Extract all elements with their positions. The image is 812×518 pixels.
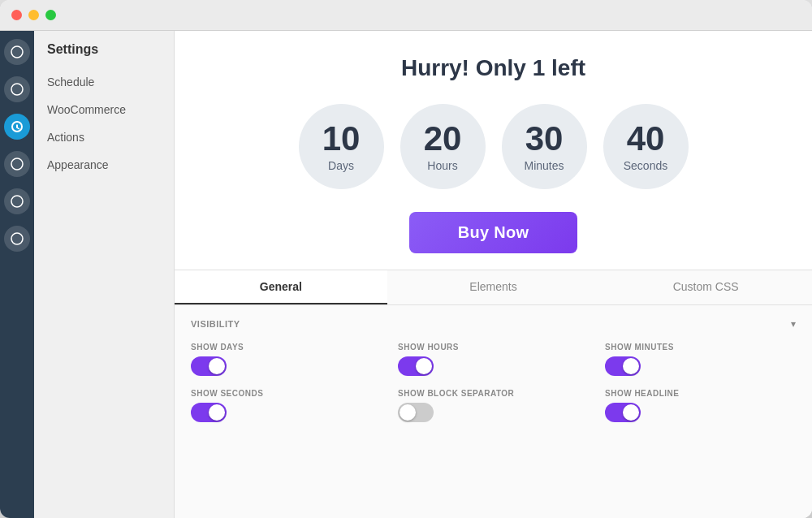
toggle-label-show-hours: SHOW HOURS [398,343,589,352]
buy-now-button[interactable]: Buy Now [409,212,578,253]
toggle-item-show-minutes: SHOW MINUTES [605,343,796,376]
countdown-minutes: 30 Minutes [502,104,587,189]
countdown-days: 10 Days [299,104,384,189]
sidebar-item-actions[interactable]: Actions [34,123,174,151]
sidebar-icon-3-active[interactable] [4,114,30,140]
toggle-item-show-days: SHOW DAYS [191,343,382,376]
close-button[interactable] [11,10,22,20]
toggle-knob-show-minutes [623,358,639,374]
nav-sidebar-title: Settings [34,42,174,68]
svg-point-3 [11,196,23,207]
countdown-hours: 20 Hours [400,104,486,189]
toggle-knob-show-hours [416,358,432,374]
toggle-item-show-seconds: SHOW SECONDS [191,389,382,422]
countdown-circle-seconds: 40 Seconds [603,104,689,189]
svg-point-1 [11,84,23,95]
tabs-bar: General Elements Custom CSS [175,270,812,305]
toggle-item-show-headline: SHOW HEADLINE [605,389,796,422]
countdown-circle-days: 10 Days [299,104,384,189]
chevron-down-icon: ▾ [791,318,796,330]
toggle-item-show-block-separator: SHOW BLOCK SEPARATOR [398,389,589,422]
svg-point-4 [11,233,23,244]
nav-sidebar: Settings Schedule WooCommerce Actions Ap… [34,31,175,518]
sidebar-icon-1[interactable] [4,39,30,65]
toggle-knob-show-days [209,358,225,374]
countdown-label-seconds: Seconds [624,159,667,172]
toggle-knob-show-seconds [209,404,225,421]
countdown-number-minutes: 30 [525,122,564,156]
toggle-show-minutes[interactable] [605,356,641,376]
preview-area: Hurry! Only 1 left 10 Days 20 Hours [175,31,812,270]
toggle-show-block-separator[interactable] [398,403,434,422]
toggle-knob-show-headline [623,404,639,421]
svg-point-0 [11,46,23,58]
toggle-show-days[interactable] [191,356,227,376]
sidebar-icon-2[interactable] [4,76,30,102]
toggle-label-show-block-separator: SHOW BLOCK SEPARATOR [398,389,589,398]
section-header: VISIBILITY ▾ [191,318,796,330]
app-window: Settings Schedule WooCommerce Actions Ap… [0,0,812,518]
maximize-button[interactable] [45,10,56,20]
sidebar-item-schedule[interactable]: Schedule [34,68,174,96]
countdown-number-days: 10 [322,122,361,156]
icon-sidebar [0,31,34,518]
countdown-label-minutes: Minutes [524,159,564,172]
toggle-show-hours[interactable] [398,356,434,376]
settings-panel: VISIBILITY ▾ SHOW DAYS SHOW HOURS [175,305,812,518]
app-body: Settings Schedule WooCommerce Actions Ap… [0,31,812,518]
toggle-knob-show-block-separator [400,404,416,421]
tab-custom-css[interactable]: Custom CSS [599,270,812,304]
toggle-label-show-days: SHOW DAYS [191,343,382,352]
toggle-label-show-minutes: SHOW MINUTES [605,343,796,352]
countdown-seconds: 40 Seconds [603,104,689,189]
sidebar-item-appearance[interactable]: Appearance [34,151,174,179]
countdown-circle-minutes: 30 Minutes [502,104,587,189]
countdown-label-days: Days [328,159,354,172]
svg-point-2 [11,158,23,170]
sidebar-item-woocommerce[interactable]: WooCommerce [34,96,174,123]
toggle-label-show-headline: SHOW HEADLINE [605,389,796,398]
toggle-label-show-seconds: SHOW SECONDS [191,389,382,398]
countdown-circle-hours: 20 Hours [400,104,486,189]
sidebar-icon-4[interactable] [4,151,30,177]
tab-elements[interactable]: Elements [387,270,600,304]
headline: Hurry! Only 1 left [401,55,585,81]
minimize-button[interactable] [28,10,39,20]
toggle-show-seconds[interactable] [191,403,227,422]
toggle-show-headline[interactable] [605,403,641,422]
countdown-number-seconds: 40 [627,122,665,156]
section-title: VISIBILITY [191,319,240,329]
main-content: Hurry! Only 1 left 10 Days 20 Hours [175,31,812,518]
titlebar [0,0,812,31]
toggle-item-show-hours: SHOW HOURS [398,343,589,376]
sidebar-icon-6[interactable] [4,226,30,252]
countdown-row: 10 Days 20 Hours 30 [299,104,689,189]
sidebar-icon-5[interactable] [4,188,30,214]
tab-general[interactable]: General [175,270,387,304]
toggles-grid: SHOW DAYS SHOW HOURS SHOW [191,343,796,422]
countdown-number-hours: 20 [424,122,462,156]
countdown-label-hours: Hours [427,159,457,172]
